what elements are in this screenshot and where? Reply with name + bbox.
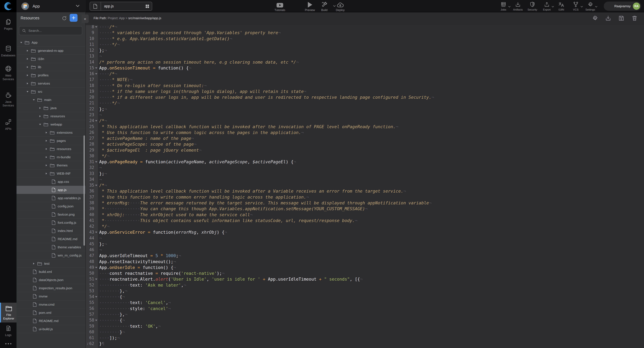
code-line[interactable]: /*¬ [99,182,434,188]
sidebar-item-web-services[interactable]: Web Services [0,64,16,81]
code-line[interactable]: *··············You can change this thoug… [99,206,434,212]
fold-toggle-icon[interactable] [95,120,97,122]
code-content[interactable]: ····/*¬·····* variables can be accessed … [99,25,434,347]
code-line[interactable]: ····/*¬ [99,25,434,30]
code-line[interactable]: App.onServiceError = function(errorMsg, … [99,229,434,235]
code-line[interactable]: ············text: 'Cancel',¬ [99,300,434,305]
caret-right-icon[interactable] [45,164,48,167]
settings-button[interactable]: Settings [583,1,598,11]
code-line[interactable]: */¬ [99,153,434,159]
caret-down-icon[interactable] [32,98,36,101]
code-line[interactable]: */¬ [99,223,434,229]
tree-row[interactable]: wm_rn_config.js [16,251,85,260]
sidebar-item-logs[interactable]: Logs [0,324,16,337]
artifacts-button[interactable]: Artifacts [511,1,525,11]
caret-down-icon[interactable] [20,41,23,44]
build-button[interactable]: Build [316,1,333,12]
collapse-panel-button[interactable]: « [82,15,89,23]
tree-row[interactable]: app.js [16,186,85,194]
sidebar-item-pages[interactable]: Pages [0,18,16,30]
code-line[interactable]: * Use this function to write common logi… [99,130,434,135]
code-line[interactable]: ········},¬ [99,311,434,317]
fold-toggle-icon[interactable] [95,232,97,233]
code-line[interactable]: ·····* e.g. App.Variables.staticVariable… [99,36,434,42]
code-line[interactable]: ¬ [99,247,434,253]
tree-row[interactable]: profiles [16,71,85,79]
tree-row[interactable]: font.config.js [16,219,85,227]
tree-row[interactable]: webapp [16,120,85,128]
caret-right-icon[interactable] [45,155,48,159]
tree-row[interactable]: theme.variables [16,243,85,251]
caret-right-icon[interactable] [45,147,48,150]
caret-right-icon[interactable] [26,74,30,77]
tree-row[interactable]: resources [16,112,85,120]
code-line[interactable]: ········}¬ [99,329,434,335]
tree-row[interactable]: README.md [16,235,85,243]
tree-row[interactable]: favicon.png [16,210,85,219]
code-line[interactable]: App.resetInactivityTimeout();¬ [99,259,434,265]
sidebar-item-apis[interactable]: APIs [0,118,16,130]
caret-right-icon[interactable] [26,57,30,61]
save-file-button[interactable] [618,15,624,22]
code-line[interactable]: ·····* variables can be accessed through… [99,30,434,36]
fold-toggle-icon[interactable] [95,73,97,75]
tree-row[interactable]: main [16,96,85,104]
fold-toggle-icon[interactable] [95,296,97,298]
tree-row[interactable]: mvnw [16,292,85,300]
code-line[interactable]: ············text: 'Ask me later',¬ [99,282,434,288]
export-button[interactable]: Export [540,1,554,11]
jobs-button[interactable]: Jobs [496,1,511,11]
code-line[interactable]: * This application level callback functi… [99,188,434,194]
code-line[interactable]: ¬ [99,177,434,182]
caret-down-icon[interactable] [38,123,42,126]
tree-row[interactable]: test [16,260,85,268]
delete-file-button[interactable] [632,15,638,22]
caret-right-icon[interactable] [45,172,48,175]
sidebar-item-file-explorer[interactable]: File Explorer [0,303,16,322]
search-input[interactable] [28,29,78,33]
download-file-button[interactable] [605,15,611,22]
code-line[interactable]: };¬ [99,171,434,177]
code-line[interactable]: ········{¬ [99,294,434,300]
code-line[interactable]: ·····* On re-login after session timeout… [99,83,434,88]
code-line[interactable]: App.onPageReady = function(activePageNam… [99,159,434,165]
code-line[interactable]: /*¬ [99,118,434,124]
tree-row[interactable]: App [16,38,85,47]
tree-row[interactable]: index.html [16,227,85,235]
caret-right-icon[interactable] [45,131,48,134]
code-line[interactable]: };¬ [99,47,434,53]
code-line[interactable]: ¬ [99,53,434,59]
tree-row[interactable]: resources [16,145,85,153]
tree-row[interactable]: themes [16,161,85,169]
code-line[interactable]: ·····*/¬ [99,100,434,106]
tree-row[interactable]: mvnw.cmd [16,300,85,309]
app-logo[interactable] [0,0,16,12]
code-line[interactable]: ¬ [99,112,434,118]
code-line[interactable]: /* perform any action on session timeout… [99,59,434,65]
grid-icon[interactable] [145,4,149,8]
fold-toggle-icon[interactable] [95,67,97,69]
caret-right-icon[interactable] [26,66,30,69]
tree-row[interactable]: app.variables.js [16,194,85,202]
code-line[interactable]: * xhrObj:······The xhrObject used to mak… [99,212,434,218]
caret-down-icon[interactable] [26,90,30,93]
code-line[interactable]: *··············This object contains usef… [99,218,434,223]
fold-toggle-icon[interactable] [95,279,97,280]
file-settings-button[interactable] [592,15,598,22]
tree-row[interactable]: inspection_results.json [16,284,85,292]
code-line[interactable]: ·····* if a different user logs in, app … [99,94,434,100]
code-line[interactable]: * activePageName : name of the page¬ [99,135,434,141]
add-resource-button[interactable] [70,14,78,22]
tree-row[interactable]: build.xml [16,268,85,276]
code-line[interactable]: }¶ [99,341,434,346]
sidebar-item-databases[interactable]: Databases [0,44,16,57]
code-line[interactable]: ¬ [99,165,434,170]
tree-row[interactable]: WEB-INF [16,169,85,178]
tree-row[interactable]: extensions [16,128,85,137]
vcs-button[interactable]: VCS [568,1,583,11]
tree-row[interactable]: config.json [16,202,85,210]
code-line[interactable]: ········{¬ [99,317,434,323]
caret-right-icon[interactable] [26,49,30,52]
fold-toggle-icon[interactable] [95,267,97,268]
code-line[interactable]: App.onUserIdle = function() {¬ [99,265,434,270]
